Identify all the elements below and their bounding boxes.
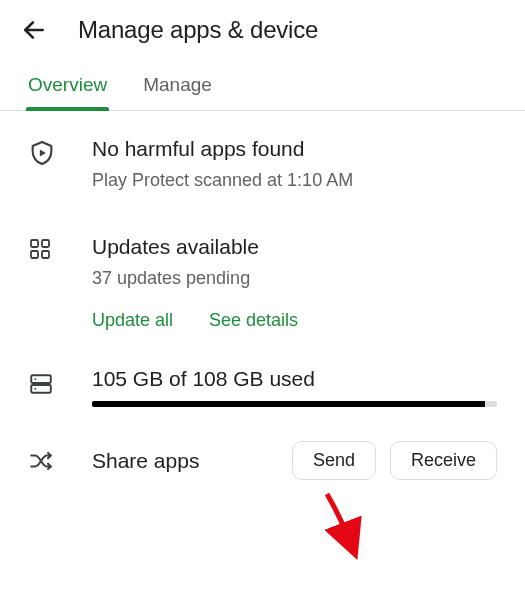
back-button[interactable]: [18, 14, 50, 46]
content-area: No harmful apps found Play Protect scann…: [0, 111, 525, 480]
svg-rect-1: [31, 240, 38, 247]
send-button[interactable]: Send: [292, 441, 376, 480]
update-all-button[interactable]: Update all: [92, 310, 173, 331]
shield-play-icon: [28, 135, 60, 167]
tab-bar: Overview Manage: [0, 56, 525, 111]
tab-overview[interactable]: Overview: [28, 74, 107, 110]
play-protect-subtitle: Play Protect scanned at 1:10 AM: [92, 169, 497, 192]
see-details-button[interactable]: See details: [209, 310, 298, 331]
updates-row[interactable]: Updates available 37 updates pending Upd…: [0, 209, 525, 332]
svg-point-8: [34, 388, 36, 390]
updates-actions: Update all See details: [92, 310, 497, 331]
share-apps-row: Share apps Send Receive: [0, 407, 525, 480]
svg-rect-6: [31, 386, 51, 394]
storage-text: 105 GB of 108 GB used: [92, 367, 497, 391]
updates-subtitle: 37 updates pending: [92, 267, 497, 290]
receive-button[interactable]: Receive: [390, 441, 497, 480]
tab-label: Overview: [28, 74, 107, 95]
storage-bar: [92, 401, 497, 407]
play-protect-row[interactable]: No harmful apps found Play Protect scann…: [0, 111, 525, 193]
apps-grid-icon: [28, 233, 60, 261]
page-title: Manage apps & device: [78, 16, 318, 44]
updates-title: Updates available: [92, 233, 497, 261]
svg-rect-2: [42, 240, 49, 247]
storage-icon: [28, 367, 60, 397]
shuffle-icon: [28, 448, 60, 474]
svg-rect-3: [31, 251, 38, 258]
annotation-arrow: [312, 490, 372, 560]
tab-manage[interactable]: Manage: [143, 74, 212, 110]
svg-rect-5: [31, 376, 51, 384]
storage-bar-fill: [92, 401, 485, 407]
svg-point-7: [34, 379, 36, 381]
storage-body: 105 GB of 108 GB used: [92, 367, 497, 407]
updates-body: Updates available 37 updates pending Upd…: [92, 233, 497, 332]
arrow-left-icon: [21, 17, 47, 43]
play-protect-title: No harmful apps found: [92, 135, 497, 163]
play-protect-body: No harmful apps found Play Protect scann…: [92, 135, 497, 193]
storage-row[interactable]: 105 GB of 108 GB used: [0, 331, 525, 407]
svg-rect-4: [42, 251, 49, 258]
share-buttons: Send Receive: [292, 441, 497, 480]
tab-label: Manage: [143, 74, 212, 95]
app-bar: Manage apps & device: [0, 0, 525, 56]
share-apps-label: Share apps: [92, 449, 199, 473]
